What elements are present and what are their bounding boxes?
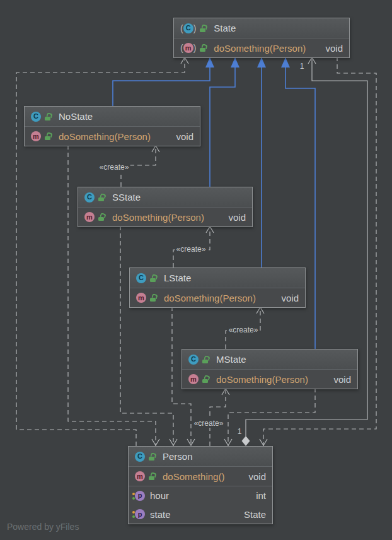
class-icon-wrap: (C): [180, 23, 196, 33]
member-name: doSomething(Person): [59, 131, 151, 142]
edge-create-person-mstate[interactable]: [210, 388, 229, 446]
triangle-arrowhead-icon: [281, 57, 290, 68]
open-lock-icon: [98, 215, 105, 221]
field-icon: p: [135, 509, 145, 519]
member-name: doSomething(): [163, 471, 224, 482]
open-lock-icon: [45, 134, 52, 140]
member-type: void: [176, 131, 193, 142]
abstract-paren-icon: (: [180, 23, 183, 33]
class-icon-wrap: C: [31, 112, 41, 122]
field-modifier-dot-icon: [132, 493, 135, 495]
method-icon: m: [183, 43, 193, 53]
open-lock-icon: [202, 358, 209, 363]
member-row-nostate-dosomethingperson[interactable]: mdoSomething(Person)void: [25, 126, 200, 146]
member-icon-wrap: (m): [180, 43, 196, 53]
open-lock-icon: [149, 474, 156, 480]
edge-dependency-sstate-person[interactable]: [120, 226, 177, 446]
abstract-paren-icon: (: [180, 43, 183, 53]
class-name: LState: [164, 273, 191, 283]
class-icon-wrap: C: [135, 452, 145, 462]
field-icon: p: [135, 491, 145, 501]
open-lock-icon: [45, 115, 52, 120]
member-type: void: [281, 293, 299, 303]
class-name: State: [214, 23, 236, 33]
abstract-paren-icon: ): [193, 23, 197, 33]
member-icon-wrap: m: [31, 131, 41, 141]
class-node-lstate[interactable]: CLStatemdoSomething(Person)void: [129, 267, 306, 308]
class-name: MState: [216, 354, 246, 365]
method-icon: m: [31, 131, 41, 141]
edge-realization-lstate-state[interactable]: [257, 57, 266, 267]
member-name: doSomething(Person): [164, 293, 256, 303]
class-header-lstate[interactable]: CLState: [130, 268, 305, 288]
member-row-person-dosomething[interactable]: mdoSomething()void: [129, 466, 272, 486]
triangle-arrowhead-icon: [205, 57, 214, 68]
class-icon: C: [31, 112, 41, 122]
member-icon-wrap: m: [135, 471, 145, 481]
class-header-sstate[interactable]: CSState: [78, 187, 252, 207]
class-header-person[interactable]: CPerson: [129, 447, 272, 466]
member-name: doSomething(Person): [112, 212, 204, 223]
member-name: doSomething(Person): [216, 374, 308, 385]
open-lock-icon: [150, 276, 157, 282]
open-lock-icon: [149, 455, 156, 461]
member-name: state: [150, 509, 171, 520]
open-lock-icon: [202, 377, 209, 383]
class-icon-wrap: C: [136, 273, 146, 283]
member-row-lstate-dosomethingperson[interactable]: mdoSomething(Person)void: [130, 288, 305, 307]
class-icon: C: [135, 452, 145, 462]
member-type: void: [228, 212, 246, 223]
method-icon: m: [188, 374, 199, 384]
edge-create-sstate-nostate[interactable]: [121, 145, 159, 187]
class-name: Person: [163, 451, 193, 462]
member-row-state-dosomethingperson[interactable]: (m)doSomething(Person)void: [174, 38, 349, 57]
member-name: hour: [150, 490, 169, 501]
triangle-arrowhead-icon: [231, 57, 239, 68]
class-node-person[interactable]: CPersonmdoSomething()voidphourintpstateS…: [128, 446, 273, 524]
member-row-person-state[interactable]: pstateState: [129, 505, 272, 524]
aggregation-diamond-icon: [242, 436, 250, 446]
class-name: NoState: [59, 111, 93, 122]
member-type: void: [248, 471, 266, 482]
member-name: doSomething(Person): [214, 43, 306, 54]
class-icon: C: [84, 192, 95, 202]
open-lock-icon: [150, 296, 157, 302]
method-icon: m: [84, 212, 95, 222]
class-icon-wrap: C: [188, 355, 199, 365]
class-node-nostate[interactable]: CNoStatemdoSomething(Person)void: [24, 106, 200, 146]
edge-create-mstate-lstate[interactable]: [226, 307, 264, 349]
member-type: void: [333, 374, 351, 385]
class-node-sstate[interactable]: CSStatemdoSomething(Person)void: [78, 187, 253, 227]
edge-realization-sstate-state[interactable]: [210, 57, 239, 187]
member-icon-wrap: m: [188, 374, 199, 384]
class-header-mstate[interactable]: CMState: [182, 349, 357, 369]
edge-realization-nostate-state[interactable]: [113, 57, 214, 106]
open-lock-icon: [200, 46, 207, 52]
class-node-mstate[interactable]: CMStatemdoSomething(Person)void: [182, 349, 358, 389]
class-node-state[interactable]: (C)State(m)doSomething(Person)void: [173, 18, 350, 58]
open-lock-icon: [200, 26, 207, 32]
class-icon: C: [188, 355, 199, 365]
edge-dependency-mstate-person[interactable]: [224, 388, 315, 446]
uml-diagram-canvas: «create»«create»«create»«create»11 (C)St…: [0, 0, 392, 540]
member-icon-wrap: m: [136, 293, 146, 303]
field-modifier-dot-icon: [132, 497, 135, 500]
member-row-sstate-dosomethingperson[interactable]: mdoSomething(Person)void: [78, 207, 252, 226]
abstract-paren-icon: ): [193, 43, 197, 53]
class-icon-wrap: C: [84, 192, 95, 202]
method-icon: m: [135, 471, 145, 481]
edge-create-lstate-sstate[interactable]: [173, 226, 214, 267]
member-row-mstate-dosomethingperson[interactable]: mdoSomething(Person)void: [182, 369, 357, 389]
member-icon-wrap: p: [135, 491, 145, 501]
member-type: void: [325, 43, 343, 54]
class-icon: C: [136, 273, 146, 283]
triangle-arrowhead-icon: [257, 57, 266, 68]
class-header-state[interactable]: (C)State: [174, 18, 349, 38]
member-type: State: [244, 509, 266, 520]
member-row-person-hour[interactable]: phourint: [129, 486, 272, 505]
open-lock-icon: [98, 196, 105, 201]
method-icon: m: [136, 293, 146, 303]
member-type: int: [256, 490, 266, 501]
yfiles-watermark: Powered by yFiles: [7, 522, 79, 532]
class-header-nostate[interactable]: CNoState: [25, 107, 200, 126]
